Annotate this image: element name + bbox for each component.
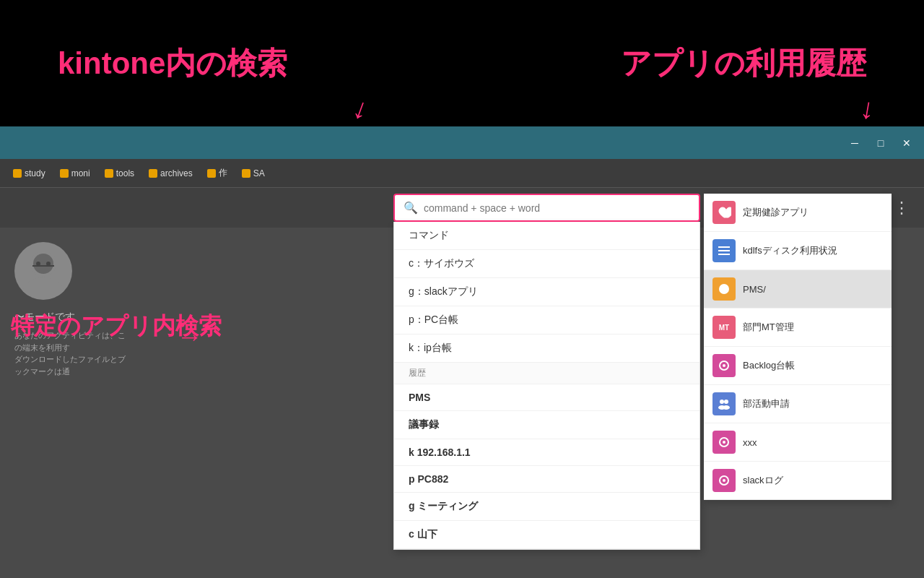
bookmark-tools[interactable]: tools: [99, 166, 140, 181]
search-dropdown: コマンド c：サイボウズ g：slackアプリ p：PC台帳 k：ip台帳 履歴…: [393, 222, 700, 550]
more-icon[interactable]: ⋮: [890, 197, 913, 220]
app-name-kenko: 定期健診アプリ: [743, 206, 808, 219]
browser-chrome: ─ □ ✕: [0, 126, 924, 159]
svg-point-13: [719, 284, 729, 294]
app-history-panel: 定期健診アプリ kdlfsディスク利用状況 PMS/ MT 部門MT管理 Bac…: [704, 194, 892, 500]
app-name-xxx: xxx: [743, 437, 757, 448]
svg-point-19: [723, 405, 730, 410]
bookmark-saku[interactable]: 作: [201, 165, 233, 181]
history-item-xxx[interactable]: xxx: [704, 423, 892, 462]
dropdown-meeting[interactable]: g ミーティング: [394, 493, 699, 521]
close-button[interactable]: ✕: [897, 133, 917, 153]
svg-point-17: [724, 400, 728, 404]
dropdown-ip[interactable]: k：ip台帳: [394, 335, 699, 363]
bookmark-moni[interactable]: moni: [54, 166, 96, 181]
app-icon-bumon: MT: [712, 316, 736, 339]
svg-rect-11: [718, 250, 730, 251]
dropdown-ip-addr[interactable]: k 192.168.1.1: [394, 439, 699, 466]
history-item-slack[interactable]: slackログ: [704, 462, 892, 500]
search-box[interactable]: 🔍: [393, 194, 700, 222]
privacy-text-2: ダウンロードしたファイルとブックマークは通: [14, 353, 130, 377]
svg-point-23: [723, 479, 725, 482]
app-icon-xxx: [712, 431, 736, 454]
arrow-app-search: →: [177, 322, 203, 352]
bookmark-archives[interactable]: archives: [143, 166, 199, 181]
avatar: [14, 242, 72, 300]
dropdown-gijiroku[interactable]: 議事録: [394, 411, 699, 439]
svg-point-5: [23, 277, 64, 296]
bookmark-study[interactable]: study: [7, 166, 51, 181]
dropdown-yamashita[interactable]: c 山下: [394, 521, 699, 549]
app-name-bukatsu: 部活動申請: [743, 397, 790, 410]
left-sidebar: 〜モードです あなたのアクティビティは、この端末を利用す ダウンロードしたファイ…: [0, 228, 144, 578]
maximize-button[interactable]: □: [871, 133, 891, 153]
history-item-kdlfs[interactable]: kdlfsディスク利用状況: [704, 232, 892, 270]
history-item-backlog[interactable]: Backlog台帳: [704, 347, 892, 385]
dropdown-pms[interactable]: PMS: [394, 384, 699, 411]
app-icon-pms: [712, 277, 736, 301]
dropdown-history-header: 履歴: [394, 363, 699, 384]
svg-point-21: [723, 441, 725, 444]
dropdown-pc882[interactable]: p PC882: [394, 466, 699, 493]
kintone-search-annotation: kintone内の検索: [58, 43, 287, 84]
app-icon-kdlfs: [712, 239, 736, 262]
app-icon-slack: [712, 469, 736, 492]
svg-point-9: [46, 262, 51, 266]
history-item-bukatsu[interactable]: 部活動申請: [704, 385, 892, 423]
app-name-kdlfs: kdlfsディスク利用状況: [743, 244, 837, 257]
svg-point-16: [720, 400, 724, 404]
minimize-button[interactable]: ─: [845, 133, 865, 153]
bookmarks-bar: study moni tools archives 作 SA: [0, 159, 924, 188]
svg-point-15: [723, 364, 725, 367]
annotation-bar: kintone内の検索 アプリの利用履歴: [0, 0, 924, 126]
history-item-kenko[interactable]: 定期健診アプリ: [704, 194, 892, 232]
app-name-bumon: 部門MT管理: [743, 321, 794, 334]
app-icon-kenko: [712, 201, 736, 224]
search-icon: 🔍: [404, 201, 418, 215]
search-overlay: 🔍 コマンド c：サイボウズ g：slackアプリ p：PC台帳 k：ip台帳 …: [393, 194, 700, 550]
svg-point-8: [36, 262, 40, 266]
svg-rect-12: [718, 254, 730, 255]
history-item-bumon[interactable]: MT 部門MT管理: [704, 309, 892, 347]
app-icon-backlog: [712, 354, 736, 377]
app-name-backlog: Backlog台帳: [743, 359, 795, 372]
app-name-slack: slackログ: [743, 474, 783, 487]
search-input[interactable]: [424, 202, 690, 214]
app-name-pms: PMS/: [743, 284, 766, 295]
dropdown-pc[interactable]: p：PC台帳: [394, 306, 699, 335]
app-icon-bukatsu: [712, 392, 736, 415]
dropdown-command[interactable]: コマンド: [394, 222, 699, 250]
app-history-annotation: アプリの利用履歴: [621, 43, 866, 84]
dropdown-cybozu[interactable]: c：サイボウズ: [394, 250, 699, 278]
dropdown-slack[interactable]: g：slackアプリ: [394, 278, 699, 306]
svg-rect-10: [718, 246, 730, 248]
bookmark-sa[interactable]: SA: [236, 166, 271, 181]
history-item-pms[interactable]: PMS/: [704, 270, 892, 309]
